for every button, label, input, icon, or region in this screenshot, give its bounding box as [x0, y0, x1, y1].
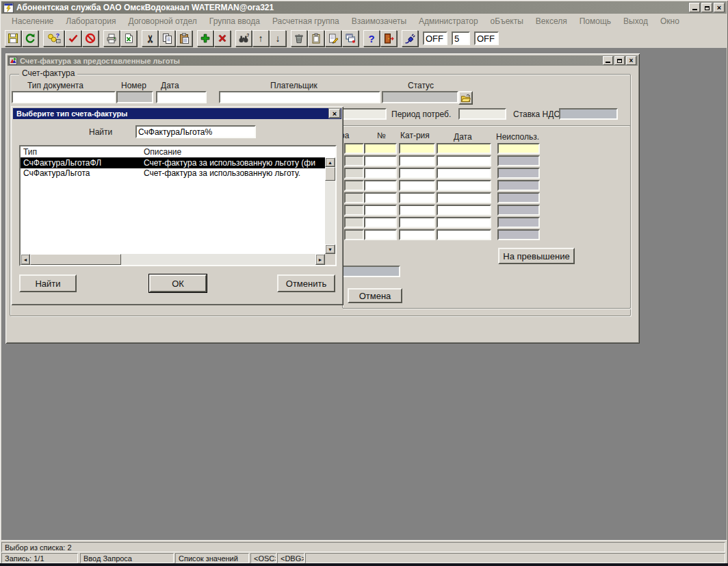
save-button[interactable]: [5, 30, 21, 47]
paste-button[interactable]: [176, 30, 192, 47]
fee-grid-cell[interactable]: [399, 217, 435, 228]
execute-query-button[interactable]: [65, 30, 81, 47]
copy-button[interactable]: [159, 30, 175, 47]
insert-record-button[interactable]: [197, 30, 213, 47]
dialog-find-input[interactable]: [135, 125, 256, 138]
toolbar-counter-field[interactable]: [452, 31, 470, 45]
scroll-down-button[interactable]: ▼: [325, 244, 335, 254]
date-field[interactable]: [156, 91, 207, 103]
fee-grid-cell[interactable]: [364, 168, 397, 179]
doc-type-field[interactable]: [12, 91, 116, 103]
dialog-ok-button[interactable]: ОК: [149, 274, 207, 292]
menu-administrator[interactable]: Администратор: [413, 14, 484, 28]
paste-icon: [179, 33, 190, 44]
previous-record-button[interactable]: ↑: [252, 30, 269, 47]
fee-grid-cell[interactable]: [344, 180, 364, 191]
minimize-button[interactable]: [689, 3, 700, 12]
horizontal-scrollbar[interactable]: ◄ ►: [21, 254, 325, 265]
delete-record-button[interactable]: [214, 30, 231, 47]
window-list-icon: [345, 33, 356, 44]
fee-grid-cell[interactable]: [344, 217, 364, 228]
cancel-query-button[interactable]: [82, 30, 99, 47]
fee-grid-cell[interactable]: [437, 192, 491, 203]
invoice-restore-button[interactable]: [614, 56, 625, 65]
fee-grid-cell[interactable]: [497, 143, 540, 154]
fee-grid-cell[interactable]: [344, 143, 364, 154]
menu-dogovornoy-otdel[interactable]: Договорной отдел: [122, 14, 203, 28]
fee-grid-cell[interactable]: [437, 155, 491, 166]
close-button[interactable]: ×: [714, 3, 725, 12]
menu-obekty[interactable]: оБъекты: [484, 14, 530, 28]
enter-query-button[interactable]: ?: [43, 30, 64, 47]
clear-record-button[interactable]: [291, 30, 307, 47]
scroll-up-button[interactable]: ▲: [325, 157, 335, 167]
clipboard-button[interactable]: [308, 30, 324, 47]
menu-naselenie[interactable]: Население: [5, 14, 60, 28]
fee-grid-cell[interactable]: [364, 143, 397, 154]
menu-pomosch[interactable]: Помощь: [573, 14, 617, 28]
fee-grid-cell[interactable]: [344, 229, 364, 240]
fee-grid-cell[interactable]: [399, 143, 435, 154]
fee-grid-cell[interactable]: [437, 229, 491, 240]
restore-button[interactable]: [701, 3, 712, 12]
window-list-button[interactable]: [342, 30, 359, 47]
menu-gruppa-vvoda[interactable]: Группа ввода: [203, 14, 266, 28]
fee-grid-cell[interactable]: [399, 155, 435, 166]
menu-vyhod[interactable]: Выход: [617, 14, 654, 28]
fee-grid-cell[interactable]: [344, 192, 364, 203]
exit-button[interactable]: [380, 30, 397, 47]
payer-field[interactable]: [219, 91, 380, 103]
list-item[interactable]: СчФактураЛьгота Счет-фактура за использо…: [21, 168, 325, 179]
menu-laboratoriya[interactable]: Лаборатория: [60, 14, 122, 28]
menu-okno[interactable]: Окно: [654, 14, 686, 28]
fee-grid-cell[interactable]: [437, 217, 491, 228]
export-excel-button[interactable]: [120, 30, 137, 47]
fee-grid-cell[interactable]: [399, 205, 435, 216]
status-hint: Список значений: [175, 553, 249, 563]
fee-grid-cell[interactable]: [364, 155, 397, 166]
fee-grid-cell[interactable]: [399, 180, 435, 191]
fee-grid-cell[interactable]: [437, 168, 491, 179]
rollback-button[interactable]: [22, 30, 38, 47]
fee-grid-cell[interactable]: [437, 205, 491, 216]
fee-grid-cell[interactable]: [399, 229, 435, 240]
edit-button[interactable]: [325, 30, 341, 47]
fee-grid-cell[interactable]: [344, 205, 364, 216]
list-item-selected[interactable]: СчФактураЛьготаФЛ Счет-фактура за исполь…: [21, 158, 325, 168]
toolbar-off1-field[interactable]: [423, 31, 447, 45]
fee-grid-cell[interactable]: [344, 168, 364, 179]
menu-raschetnaya-gruppa[interactable]: Расчетная группа: [266, 14, 346, 28]
menu-vzaimozachety[interactable]: Взаимозачеты: [346, 14, 413, 28]
excess-button[interactable]: На превышение: [498, 248, 575, 264]
fee-grid-cell[interactable]: [344, 155, 364, 166]
dialog-cancel-button[interactable]: Отменить: [277, 274, 335, 292]
find-button[interactable]: ?: [235, 30, 252, 47]
fee-grid-cell[interactable]: [364, 217, 397, 228]
fee-grid-cell[interactable]: [437, 143, 491, 154]
horizontal-scroll-thumb[interactable]: [30, 254, 121, 265]
connect-button[interactable]: [402, 30, 418, 47]
dialog-find-button[interactable]: Найти: [19, 274, 77, 292]
next-record-button[interactable]: ↓: [270, 30, 286, 47]
scroll-right-button[interactable]: ►: [315, 254, 325, 265]
scroll-left-button[interactable]: ◄: [21, 254, 30, 265]
fee-grid-cell[interactable]: [399, 168, 435, 179]
fee-grid-cell[interactable]: [364, 192, 397, 203]
toolbar-off2-field[interactable]: [474, 31, 499, 45]
help-button[interactable]: ?: [363, 30, 380, 47]
vertical-scroll-thumb[interactable]: [325, 167, 335, 181]
print-button[interactable]: [103, 30, 120, 47]
dialog-close-button[interactable]: ×: [329, 109, 340, 118]
menu-vekselya[interactable]: Векселя: [530, 14, 573, 28]
fee-grid-cell[interactable]: [399, 192, 435, 203]
invoice-close-button[interactable]: ×: [626, 56, 636, 65]
fee-grid-cell[interactable]: [364, 180, 397, 191]
status-lookup-button[interactable]: [458, 91, 473, 105]
invoice-minimize-button[interactable]: [603, 56, 613, 65]
cut-button[interactable]: ✂: [142, 30, 158, 47]
form-cancel-button[interactable]: Отмена: [348, 288, 402, 303]
fee-grid-cell[interactable]: [364, 229, 397, 240]
vertical-scrollbar[interactable]: ▲ ▼: [325, 157, 335, 254]
fee-grid-cell[interactable]: [437, 180, 491, 191]
fee-grid-cell[interactable]: [364, 205, 397, 216]
